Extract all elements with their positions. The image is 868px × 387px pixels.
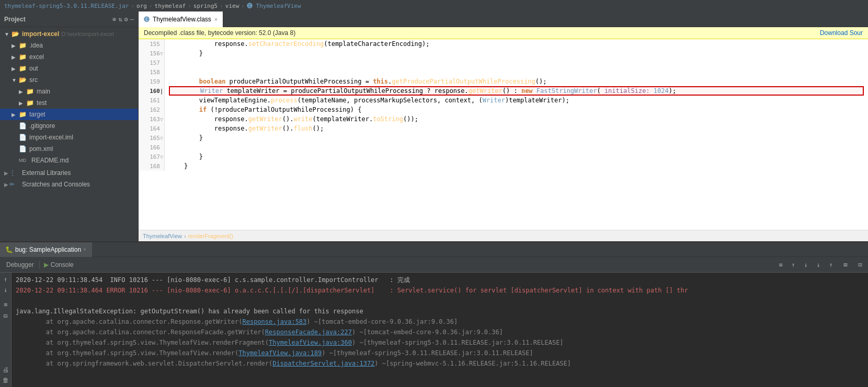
link-thymeleafview-189[interactable]: ThymeleafView.java:189 xyxy=(238,349,322,357)
sidebar-item-idea[interactable]: ▶ 📁 .idea xyxy=(0,40,138,51)
bookmark-156: ▽ xyxy=(160,51,163,56)
sidebar-item-out[interactable]: ▶ 📁 out xyxy=(0,63,138,74)
sidebar-item-src[interactable]: ▼ 📂 src xyxy=(0,74,138,86)
extlibs-arrow: ▶ xyxy=(4,170,8,176)
gutter-down-btn[interactable]: ↓ xyxy=(1,285,10,295)
scratches-icon: ✏ xyxy=(9,181,18,188)
download-source-button[interactable]: Download Sour xyxy=(820,29,863,37)
scratches-arrow: ▶ xyxy=(4,182,8,187)
gutter-align2-btn[interactable]: ⊟ xyxy=(1,311,10,321)
sidebar-item-main[interactable]: ▶ 📁 main xyxy=(0,86,138,97)
link-responsefacade[interactable]: ResponseFacade.java:227 xyxy=(265,329,352,336)
gitignore-label: .gitignore xyxy=(29,122,55,130)
root-path: D:\work\import-excel xyxy=(61,31,113,37)
toolbar-settings-btn[interactable]: ≡ xyxy=(775,259,786,271)
line-num-158: 158 xyxy=(139,67,164,77)
sidebar-collapse-icon[interactable]: — xyxy=(130,16,134,23)
bottom-tab-bar: 🐛 bug: SampleApplication × xyxy=(0,242,868,257)
code-content: 155 156▽ 157 158 159 160| 161 162 163▽ 1… xyxy=(139,39,868,171)
sidebar-item-target[interactable]: ▶ 📁 target xyxy=(0,109,138,120)
idea-label: .idea xyxy=(29,42,43,49)
gutter-up-btn[interactable]: ↑ xyxy=(1,275,10,284)
sidebar-item-readme[interactable]: ▶ MD README.md xyxy=(0,155,138,166)
gutter-align-btn[interactable]: ≡ xyxy=(1,300,10,309)
target-arrow: ▶ xyxy=(12,112,19,118)
breadcrumb-method[interactable]: renderFragment() xyxy=(188,233,233,239)
toolbar-step-btn[interactable]: ↓ xyxy=(813,259,824,271)
link-thymeleafview-360[interactable]: ThymeleafView.java:360 xyxy=(269,339,352,346)
src-label: src xyxy=(29,76,38,84)
toolbar-step-out-btn[interactable]: ↑ xyxy=(825,259,837,271)
code-line-166 xyxy=(169,143,864,152)
toolbar-pause-btn[interactable]: ⊞ xyxy=(840,259,851,271)
excel-arrow: ▶ xyxy=(12,54,19,60)
line-num-156: 156▽ xyxy=(139,49,164,58)
link-response[interactable]: Response.java:583 xyxy=(242,318,306,325)
iml-icon: 📄 xyxy=(19,134,27,141)
sidebar-item-pom[interactable]: ▶ 📄 pom.xml xyxy=(0,143,138,155)
main-label: main xyxy=(37,88,50,95)
code-line-156: } xyxy=(169,49,864,58)
sidebar-item-scratches[interactable]: ▶ ✏ Scratches and Consoles xyxy=(0,179,138,190)
log-line-2: 2020-12-22 09:11:38.464 ERROR 10216 --- … xyxy=(16,285,864,296)
debugger-tab[interactable]: Debugger xyxy=(2,261,38,268)
session-tab-close[interactable]: × xyxy=(83,247,86,252)
tab-bar: 🅒 ThymeleafView.class × xyxy=(139,11,868,27)
sidebar-header-icons: ⊕ ⇅ ⚙ — xyxy=(112,16,134,23)
debug-toolbar: Debugger ▶ Console ≡ ↑ ↓ ↓ ↑ ⊞ ⊡ xyxy=(0,257,868,273)
session-tab[interactable]: 🐛 bug: SampleApplication × xyxy=(0,242,92,257)
sidebar-item-iml[interactable]: ▶ 📄 import-excel.iml xyxy=(0,132,138,143)
console-tab[interactable]: ▶ Console xyxy=(39,261,78,268)
tab-label: ThymeleafView.class xyxy=(153,16,211,23)
log-stack-3: at org.thymeleaf.spring5.view.ThymeleafV… xyxy=(16,337,864,348)
code-scroll[interactable]: 155 156▽ 157 158 159 160| 161 162 163▽ 1… xyxy=(139,39,868,230)
code-area-wrapper: 🅒 ThymeleafView.class × Decompiled .clas… xyxy=(139,11,868,241)
thymeleafview-tab[interactable]: 🅒 ThymeleafView.class × xyxy=(139,11,223,27)
code-line-165: } xyxy=(169,133,864,143)
sidebar-gear-icon[interactable]: ⚙ xyxy=(124,16,128,23)
out-label: out xyxy=(29,65,38,72)
sep5: › xyxy=(241,3,245,9)
test-folder-icon: 📁 xyxy=(26,99,35,107)
toolbar-down-btn[interactable]: ↓ xyxy=(800,259,812,271)
code-line-160: Writer templateWriter = producePartialOu… xyxy=(169,86,864,96)
code-line-155: response.setCharacterEncoding(templateCh… xyxy=(169,39,864,49)
bottom-panel: 🐛 bug: SampleApplication × Debugger ▶ Co… xyxy=(0,241,868,387)
code-line-161: viewTemplateEngine.process(templateName,… xyxy=(169,96,864,105)
sidebar-item-extlibs[interactable]: ▶ ⋮ External Libraries xyxy=(0,167,138,179)
main-folder-icon: 📁 xyxy=(26,88,35,95)
sidebar-item-gitignore[interactable]: ▶ 📄 .gitignore xyxy=(0,120,138,132)
breadcrumb-thymeleaf: thymeleaf xyxy=(155,3,186,9)
console-label: Console xyxy=(51,261,74,268)
main-arrow: ▶ xyxy=(19,89,26,95)
out-arrow: ▶ xyxy=(12,66,19,72)
src-folder-icon: 📂 xyxy=(19,76,27,84)
code-line-163: response.getWriter().write(templateWrite… xyxy=(169,114,864,124)
idea-folder-icon: 📁 xyxy=(19,42,27,49)
line-num-159: 159 xyxy=(139,77,164,86)
gutter-delete-btn[interactable]: 🗑 xyxy=(1,376,10,385)
session-tab-label: bug: SampleApplication xyxy=(15,246,81,253)
excel-folder-icon: 📁 xyxy=(19,53,27,61)
line-num-167: 167▽ xyxy=(139,152,164,161)
breadcrumb-jar: thymeleaf-spring5-3.0.11.RELEASE.jar xyxy=(4,3,129,9)
code-line-157 xyxy=(169,58,864,67)
toolbar-stop-btn[interactable]: ⊡ xyxy=(854,259,866,271)
console-play-icon: ▶ xyxy=(44,261,49,268)
link-dispatcherservlet[interactable]: DispatcherServlet.java:1372 xyxy=(272,360,374,367)
sidebar-target-icon[interactable]: ⊕ xyxy=(112,16,116,23)
console-output[interactable]: 2020-12-22 09:11:38.454 INFO 10216 --- [… xyxy=(12,273,868,387)
cursor-160: | xyxy=(160,88,163,94)
breadcrumb-class-name[interactable]: ThymeleafView xyxy=(143,233,182,239)
left-gutter: ↑ ↓ ≡ ⊟ 🖨 🗑 xyxy=(0,273,12,387)
toolbar-up-btn[interactable]: ↑ xyxy=(787,259,799,271)
code-line-158 xyxy=(169,67,864,77)
root-arrow: ▼ xyxy=(4,31,12,37)
tab-close-btn[interactable]: × xyxy=(214,16,218,22)
sidebar-item-excel[interactable]: ▶ 📁 excel xyxy=(0,51,138,63)
sidebar-item-test[interactable]: ▶ 📁 test xyxy=(0,97,138,109)
tree-root[interactable]: ▼ 📂 import-excel D:\work\import-excel xyxy=(0,28,138,40)
sidebar-settings-icon[interactable]: ⇅ xyxy=(118,16,122,23)
breadcrumb-bar: thymeleaf-spring5-3.0.11.RELEASE.jar › o… xyxy=(0,0,868,11)
gutter-print-btn[interactable]: 🖨 xyxy=(1,365,10,374)
